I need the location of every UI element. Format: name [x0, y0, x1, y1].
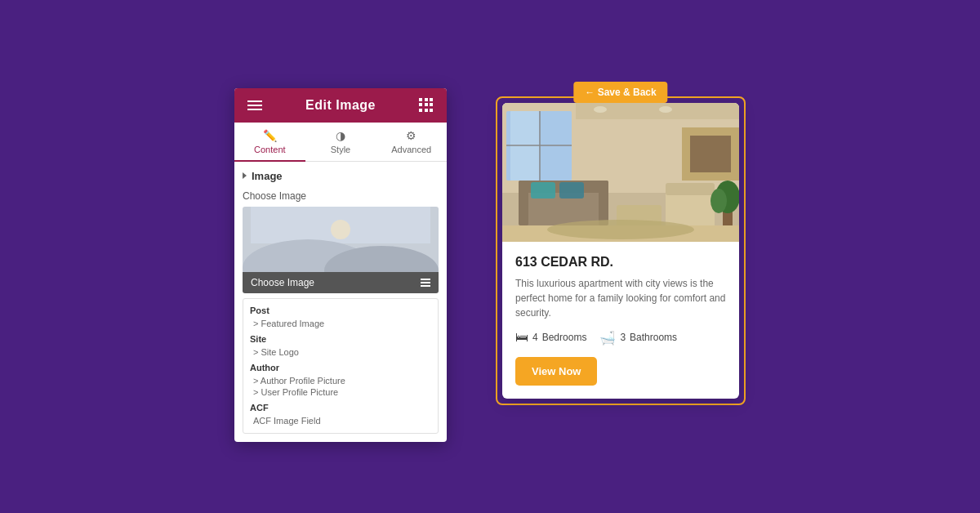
svg-rect-21 — [531, 182, 555, 199]
bedrooms-feature: 🛏 4 Bedrooms — [515, 330, 586, 345]
bedrooms-label: Bedrooms — [542, 332, 587, 343]
preview-container: ← Save & Back — [496, 96, 746, 405]
panel-header: Edit Image — [234, 88, 447, 123]
tab-advanced-label: Advanced — [391, 145, 431, 154]
svg-point-2 — [331, 220, 350, 239]
bathrooms-count: 3 — [620, 332, 626, 343]
collapse-icon[interactable] — [243, 172, 247, 179]
choose-image-button-label: Choose Image — [251, 277, 314, 288]
group-acf-title: ACF — [250, 403, 431, 413]
bathrooms-label: Bathrooms — [630, 332, 677, 343]
group-author-title: Author — [250, 363, 431, 372]
svg-rect-22 — [559, 182, 584, 199]
image-section: Image Choose Image Choose Image — [234, 162, 447, 442]
panel-title: Edit Image — [305, 98, 376, 113]
svg-rect-14 — [576, 103, 739, 119]
tab-advanced[interactable]: ⚙ Advanced — [376, 123, 447, 161]
tab-content[interactable]: ✏️ Content — [234, 123, 305, 161]
bathrooms-feature: 🛁 3 Bathrooms — [599, 330, 677, 346]
bedrooms-count: 4 — [532, 332, 538, 343]
option-user-profile[interactable]: > User Profile Picture — [250, 386, 431, 398]
preview-card-wrapper: 613 CEDAR RD. This luxurious apartment w… — [496, 96, 746, 405]
list-icon — [421, 279, 430, 287]
living-room-svg — [502, 103, 739, 242]
option-featured-image[interactable]: > Featured Image — [250, 318, 431, 329]
tab-bar: ✏️ Content ◑ Style ⚙ Advanced — [234, 123, 447, 162]
svg-rect-27 — [666, 183, 715, 195]
contrast-icon: ◑ — [336, 129, 345, 142]
svg-point-30 — [710, 189, 727, 213]
property-image — [502, 103, 739, 242]
section-title: Image — [252, 170, 283, 182]
property-features: 🛏 4 Bedrooms 🛁 3 Bathrooms — [515, 330, 726, 346]
view-now-button[interactable]: View Now — [515, 357, 597, 386]
svg-rect-20 — [599, 181, 608, 225]
svg-rect-19 — [519, 181, 528, 225]
edit-panel: Edit Image ✏️ Content ◑ Style ⚙ Advanced — [234, 88, 447, 442]
pencil-icon: ✏️ — [263, 129, 277, 142]
grid-icon[interactable] — [419, 98, 434, 113]
group-site-title: Site — [250, 334, 431, 344]
hamburger-icon[interactable] — [247, 100, 262, 110]
option-author-profile[interactable]: > Author Profile Picture — [250, 375, 431, 386]
tab-style[interactable]: ◑ Style — [305, 123, 376, 161]
section-header: Image — [243, 170, 439, 182]
bath-icon: 🛁 — [599, 330, 616, 346]
main-container: Edit Image ✏️ Content ◑ Style ⚙ Advanced — [234, 72, 746, 442]
bed-icon: 🛏 — [515, 330, 528, 345]
option-site-logo[interactable]: > Site Logo — [250, 346, 431, 358]
property-info: 613 CEDAR RD. This luxurious apartment w… — [502, 242, 739, 399]
save-back-button[interactable]: ← Save & Back — [573, 82, 667, 103]
placeholder-svg — [243, 207, 439, 272]
dropdown-options: Post > Featured Image Site > Site Logo A… — [243, 298, 439, 434]
tab-style-label: Style — [331, 145, 350, 154]
choose-image-label: Choose Image — [243, 190, 439, 202]
property-description: This luxurious apartment with city views… — [515, 276, 726, 320]
property-card: 613 CEDAR RD. This luxurious apartment w… — [502, 103, 739, 399]
option-acf-image[interactable]: ACF Image Field — [250, 415, 431, 426]
gear-icon: ⚙ — [406, 129, 416, 142]
property-address: 613 CEDAR RD. — [515, 255, 726, 270]
choose-image-bar[interactable]: Choose Image — [243, 272, 439, 293]
tab-content-label: Content — [254, 145, 286, 154]
svg-point-32 — [547, 220, 694, 239]
image-placeholder — [243, 207, 439, 272]
svg-rect-16 — [690, 136, 731, 172]
group-post-title: Post — [250, 306, 431, 315]
